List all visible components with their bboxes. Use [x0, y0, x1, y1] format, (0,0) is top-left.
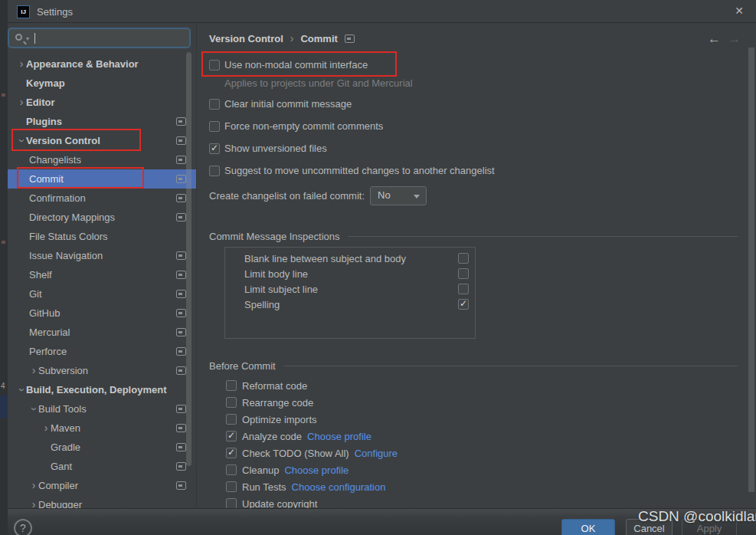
- section-divider: [348, 236, 738, 237]
- option-label: Use non-modal commit interface: [224, 59, 368, 71]
- checkbox-limit-body[interactable]: [458, 268, 469, 279]
- choose-profile-link[interactable]: Choose profile: [307, 431, 371, 442]
- search-options-chevron-icon[interactable]: ▾: [26, 35, 29, 42]
- breadcrumb-version-control[interactable]: Version Control: [209, 33, 283, 44]
- inspection-row[interactable]: Blank line between subject and body: [225, 251, 475, 266]
- checkbox-use-non-modal[interactable]: [209, 60, 220, 71]
- checkbox-show-unversioned[interactable]: [209, 143, 220, 154]
- sidebar-item-editor[interactable]: Editor: [8, 93, 196, 112]
- sidebar-item-gant[interactable]: Gant: [8, 457, 196, 476]
- breadcrumb: Version Control › Commit: [209, 32, 355, 44]
- settings-tree: Appearance & Behavior Keymap Editor Plug…: [8, 54, 196, 508]
- inspection-row[interactable]: Spelling: [225, 297, 475, 312]
- checkbox-limit-subject[interactable]: [458, 284, 469, 294]
- sidebar-item-appearance-behavior[interactable]: Appearance & Behavior: [8, 54, 196, 74]
- sidebar-item-file-status-colors[interactable]: File Status Colors: [8, 227, 196, 246]
- chevron-right-icon[interactable]: [29, 495, 38, 508]
- checkbox-rearrange-code[interactable]: [226, 397, 237, 408]
- breadcrumb-commit[interactable]: Commit: [300, 33, 337, 44]
- sidebar-item-version-control[interactable]: Version Control: [8, 131, 196, 150]
- sidebar-item-directory-mappings[interactable]: Directory Mappings: [8, 208, 196, 227]
- monitor-icon: [176, 462, 186, 471]
- checkbox-update-copyright[interactable]: [226, 498, 237, 509]
- monitor-icon: [176, 213, 186, 222]
- sidebar-item-perforce[interactable]: Perforce: [8, 342, 196, 361]
- checkbox-reformat-code[interactable]: [226, 380, 237, 391]
- checkbox-force-non-empty[interactable]: [209, 121, 220, 132]
- configure-link[interactable]: Configure: [355, 448, 398, 459]
- monitor-icon: [176, 251, 186, 260]
- checkbox-cleanup[interactable]: [226, 464, 237, 475]
- sidebar-item-label: File Status Colors: [29, 227, 108, 246]
- background-window-strip: 4: [0, 0, 8, 535]
- sidebar-item-issue-navigation[interactable]: Issue Navigation: [8, 246, 196, 265]
- monitor-icon: [176, 347, 186, 356]
- sidebar-item-build-tools[interactable]: Build Tools: [8, 399, 196, 418]
- checkbox-optimize-imports[interactable]: [226, 414, 237, 425]
- checkbox-analyze-code[interactable]: [226, 431, 237, 441]
- sidebar-item-commit[interactable]: Commit: [8, 169, 196, 189]
- sidebar-item-label: Confirmation: [29, 189, 86, 208]
- close-icon[interactable]: ✕: [735, 5, 744, 17]
- chevron-down-icon[interactable]: [17, 131, 26, 150]
- choose-profile-link[interactable]: Choose profile: [284, 464, 349, 476]
- chevron-right-icon[interactable]: [41, 418, 51, 438]
- main-scrollbar[interactable]: [748, 48, 754, 492]
- chevron-right-icon[interactable]: [29, 361, 38, 380]
- chevron-right-icon[interactable]: [29, 476, 38, 495]
- sidebar-item-label: Keymap: [26, 74, 65, 93]
- chevron-right-icon[interactable]: [17, 93, 26, 112]
- inspection-row[interactable]: Limit body line: [225, 266, 475, 281]
- sidebar-item-keymap[interactable]: Keymap: [8, 74, 196, 93]
- sidebar-item-compiler[interactable]: Compiler: [8, 476, 196, 495]
- monitor-icon: [345, 34, 355, 43]
- sidebar-item-mercurial[interactable]: Mercurial: [8, 323, 196, 342]
- sidebar-item-maven[interactable]: Maven: [8, 418, 196, 438]
- before-commit-section-header: Before Commit: [209, 360, 738, 372]
- sidebar-item-github[interactable]: GitHub: [8, 304, 196, 323]
- checkbox-check-todo[interactable]: [226, 448, 237, 458]
- monitor-icon: [176, 366, 186, 375]
- back-arrow-icon[interactable]: ←: [708, 32, 721, 45]
- checkbox-blank-line[interactable]: [458, 253, 469, 264]
- option-suggest-move: Suggest to move uncommitted changes to a…: [209, 165, 495, 176]
- sidebar-item-changelists[interactable]: Changelists: [8, 150, 196, 169]
- inspection-row[interactable]: Limit subject line: [225, 281, 475, 297]
- sidebar-item-git[interactable]: Git: [8, 284, 196, 304]
- sidebar-item-label: Plugins: [26, 112, 62, 131]
- changelist-dropdown[interactable]: No: [370, 186, 427, 205]
- sidebar-item-confirmation[interactable]: Confirmation: [8, 189, 196, 208]
- checkbox-clear-initial[interactable]: [209, 99, 220, 110]
- option-label: Run Tests: [242, 481, 286, 493]
- sidebar-item-debugger[interactable]: Debugger: [8, 495, 196, 508]
- search-input[interactable]: ▾: [8, 28, 191, 48]
- chevron-down-icon[interactable]: [17, 380, 26, 399]
- sidebar-item-label: Version Control: [26, 131, 100, 150]
- sidebar-item-label: Debugger: [38, 495, 82, 508]
- monitor-icon: [176, 443, 186, 451]
- sidebar-item-label: Directory Mappings: [29, 208, 115, 227]
- sidebar-item-build-execution-deployment[interactable]: Build, Execution, Deployment: [8, 380, 196, 399]
- section-title: Commit Message Inspections: [209, 231, 340, 242]
- monitor-icon: [176, 405, 186, 413]
- before-commit-row: Run Tests Choose configuration: [226, 478, 398, 495]
- checkbox-run-tests[interactable]: [226, 481, 237, 492]
- sidebar-item-gradle[interactable]: Gradle: [8, 438, 196, 457]
- forward-arrow-icon[interactable]: →: [728, 32, 741, 45]
- monitor-icon: [176, 481, 186, 490]
- ok-button[interactable]: OK: [561, 519, 615, 535]
- monitor-icon: [176, 424, 186, 432]
- chevron-down-icon[interactable]: [29, 399, 38, 418]
- sidebar-item-plugins[interactable]: Plugins: [8, 112, 196, 131]
- checkbox-spelling[interactable]: [458, 299, 469, 310]
- help-button[interactable]: ?: [14, 519, 32, 535]
- sidebar-item-subversion[interactable]: Subversion: [8, 361, 196, 380]
- sidebar-item-shelf[interactable]: Shelf: [8, 265, 196, 284]
- sidebar-scrollbar[interactable]: [186, 52, 191, 466]
- choose-configuration-link[interactable]: Choose configuration: [292, 481, 386, 493]
- option-use-non-modal: Use non-modal commit interface: [209, 59, 368, 71]
- chevron-right-icon[interactable]: [17, 54, 26, 74]
- option-label: Reformat code: [242, 380, 307, 392]
- window-title: Settings: [37, 6, 73, 18]
- checkbox-suggest-move[interactable]: [209, 166, 220, 176]
